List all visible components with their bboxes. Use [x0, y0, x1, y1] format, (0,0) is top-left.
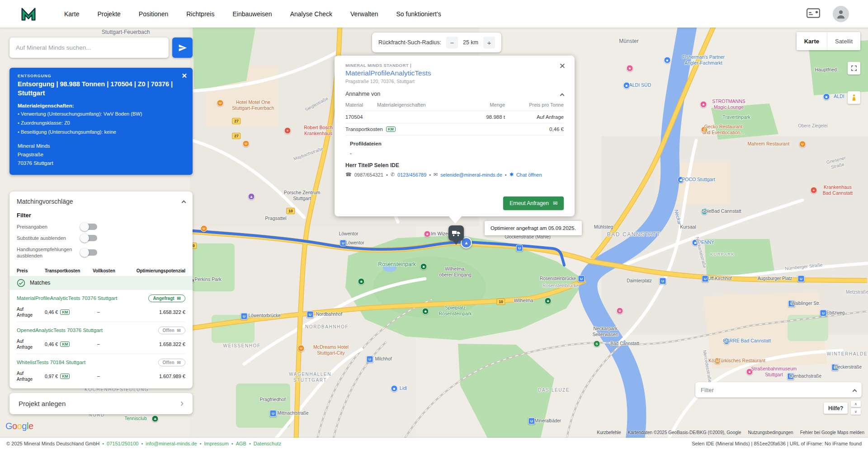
scroll-down-button[interactable]: ∨ — [851, 408, 861, 415]
search-input[interactable] — [9, 37, 169, 58]
nav-so-funktionierts[interactable]: So funktioniert's — [396, 10, 441, 18]
attr-poi-icon[interactable]: ★ — [746, 369, 753, 375]
radius-increase-button[interactable]: + — [483, 37, 495, 48]
ubahn-poi-icon[interactable]: U — [832, 364, 839, 371]
disposal-close-icon[interactable]: ✕ — [181, 72, 187, 80]
contact-email[interactable]: selenide@mineral-minds.de — [440, 172, 502, 178]
footer-phone-link[interactable]: 07151/250100 — [107, 441, 138, 446]
match-name-link[interactable]: OpenedAnalyticTests 70376 Stuttgart — [17, 327, 103, 333]
ubahn-poi-icon[interactable]: U — [367, 356, 373, 363]
nav-verwalten[interactable]: Verwalten — [350, 10, 378, 18]
shop-poi-icon[interactable]: ■ — [823, 94, 830, 100]
ubahn-poi-icon[interactable]: U — [528, 418, 535, 425]
ubahn-poi-icon[interactable]: U — [270, 410, 277, 417]
tree-poi-icon[interactable]: ♣ — [422, 308, 429, 315]
sbahn-poi-icon[interactable]: S — [594, 341, 600, 347]
nav-karte[interactable]: Karte — [64, 10, 79, 18]
radius-value: 25 km — [463, 39, 478, 46]
terms-link[interactable]: Nutzungsbedingungen — [748, 430, 793, 435]
food-poi-icon[interactable]: Ψ — [799, 141, 806, 148]
impressum-link[interactable]: Impressum — [204, 441, 228, 446]
food-poi-icon[interactable]: Ψ — [714, 358, 721, 365]
status-badge[interactable]: Offen✉ — [158, 359, 186, 366]
pegman-button[interactable] — [848, 91, 860, 104]
shortcuts-link[interactable]: Kurzbefehle — [597, 430, 621, 435]
shop-poi-icon[interactable]: ■ — [723, 338, 730, 345]
collapse-chevron-icon[interactable] — [182, 200, 186, 205]
fullscreen-button[interactable] — [848, 62, 860, 75]
nav-analyse-check[interactable]: Analyse Check — [290, 10, 332, 18]
help-button[interactable]: Hilfe? — [824, 402, 848, 414]
ubahn-poi-icon[interactable]: U — [516, 245, 523, 252]
open-chat-link[interactable]: Chat öffnen — [516, 172, 542, 178]
separator: • — [102, 441, 104, 446]
nav-projekte[interactable]: Projekte — [97, 10, 120, 18]
hosp-poi-icon[interactable]: + — [284, 127, 291, 134]
hosp-poi-icon[interactable]: + — [811, 187, 817, 194]
report-error-link[interactable]: Fehler bei Google Maps melden — [800, 430, 864, 435]
food-poi-icon[interactable]: Ψ — [298, 345, 305, 352]
food-poi-icon[interactable]: Ψ — [243, 140, 250, 147]
ubahn-poi-icon[interactable]: U — [660, 278, 666, 285]
status-badge[interactable]: Offen✉ — [158, 327, 186, 334]
attr-poi-icon[interactable]: ★ — [700, 101, 707, 108]
ubahn-poi-icon[interactable]: U — [307, 311, 314, 318]
ubahn-poi-icon[interactable]: U — [798, 276, 805, 282]
map-viewport[interactable]: Stuttgart-FeuerbachHotel Motel One Stutt… — [0, 28, 868, 438]
map-type-karte[interactable]: Karte — [797, 32, 827, 50]
email-icon: ✉ — [434, 172, 438, 178]
spa-poi-icon[interactable]: ≈ — [701, 208, 708, 215]
footer-email-link[interactable]: info@mineral-minds.de — [146, 441, 197, 446]
tree-poi-icon[interactable]: ♣ — [420, 263, 427, 270]
tree-poi-icon[interactable]: ♣ — [152, 416, 159, 422]
tree-poi-icon[interactable]: ♣ — [358, 278, 365, 285]
shop-poi-icon[interactable]: ■ — [692, 239, 699, 246]
keycard-icon[interactable] — [807, 8, 820, 20]
map-filter-box[interactable]: Filter — [695, 382, 862, 398]
ubahn-poi-icon[interactable]: U — [820, 310, 827, 317]
attr-poi-icon[interactable]: ★ — [617, 308, 623, 314]
mus-poi-icon[interactable]: ▲ — [248, 193, 255, 200]
map-type-satellit[interactable]: Satellit — [827, 32, 860, 50]
food-poi-icon[interactable]: Ψ — [701, 126, 708, 133]
ubahn-poi-icon[interactable]: U — [702, 276, 709, 282]
create-project-button[interactable]: Projekt anlegen › — [9, 393, 193, 414]
collapse-chevron-icon[interactable] — [560, 93, 565, 98]
shop-poi-icon[interactable]: ■ — [664, 57, 671, 64]
attr-poi-icon[interactable]: ★ — [424, 231, 431, 238]
chevron-up-icon[interactable] — [853, 389, 857, 393]
request-again-button[interactable]: Erneut Anfragen ✉ — [503, 196, 564, 210]
nav-richtpreis[interactable]: Richtpreis — [186, 10, 214, 18]
popup-title-link[interactable]: MaterialProfileAnalyticTests — [345, 69, 564, 77]
radius-decrease-button[interactable]: − — [446, 37, 458, 48]
mineral-minds-logo[interactable] — [19, 5, 38, 23]
shop-poi-icon[interactable]: ■ — [623, 82, 630, 89]
match-name-link[interactable]: MaterialProfileAnalyticTests 70376 Stutt… — [17, 295, 117, 301]
agb-link[interactable]: AGB — [236, 441, 246, 446]
search-submit-button[interactable] — [172, 37, 193, 58]
datenschutz-link[interactable]: Datenschutz — [254, 441, 281, 446]
nav-einbauweisen[interactable]: Einbauweisen — [232, 10, 272, 18]
shop-poi-icon[interactable]: ■ — [391, 385, 398, 392]
user-avatar[interactable] — [833, 6, 849, 22]
ubahn-poi-icon[interactable]: U — [788, 373, 794, 380]
shop-poi-icon[interactable]: ■ — [678, 177, 684, 183]
ubahn-poi-icon[interactable]: U — [340, 240, 347, 247]
tree-poi-icon[interactable]: ♣ — [545, 298, 552, 304]
popup-close-icon[interactable]: ✕ — [559, 61, 566, 71]
food-poi-icon[interactable]: Ψ — [217, 100, 224, 107]
toggle-switch[interactable] — [81, 224, 97, 230]
food-poi-icon[interactable]: Ψ — [201, 225, 208, 232]
ubahn-poi-icon[interactable]: U — [241, 313, 248, 320]
status-badge[interactable]: Angefragt✉ — [148, 295, 185, 302]
attr-poi-icon[interactable]: ★ — [627, 65, 633, 72]
scroll-up-button[interactable]: ∧ — [851, 401, 861, 407]
match-name-link[interactable]: WhitelistTests 70184 Stuttgart — [17, 360, 85, 365]
nav-positionen[interactable]: Positionen — [139, 10, 168, 18]
toggle-switch[interactable] — [81, 235, 97, 241]
ubahn-poi-icon[interactable]: U — [788, 300, 795, 307]
contact-mobile[interactable]: 0123/456789 — [397, 172, 426, 178]
ubahn-poi-icon[interactable]: U — [578, 276, 585, 282]
top-nav-bar: Karte Projekte Positionen Richtpreis Ein… — [0, 0, 868, 28]
toggle-switch[interactable] — [81, 249, 97, 256]
